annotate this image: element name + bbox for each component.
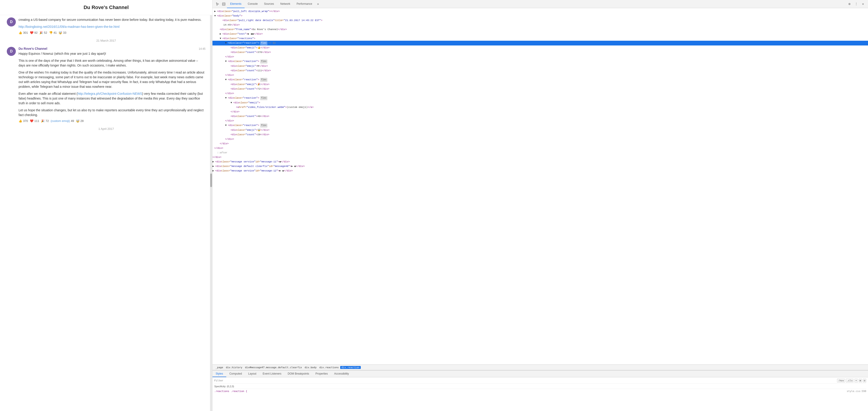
reaction-emoji: ❤️ (30, 119, 33, 123)
tree-line[interactable]: ▼ <div class="reactions"> (213, 36, 868, 41)
selected-tree-line[interactable]: ▼ <div class="reaction"> flex == $0 (213, 41, 868, 46)
tree-toggle[interactable]: ▼ (225, 96, 228, 100)
close-icon[interactable]: ✕ (860, 1, 866, 7)
tree-toggle[interactable]: ▼ (225, 123, 228, 127)
tree-line[interactable]: ▼ <div class="reaction"> flex (213, 77, 868, 82)
tree-line[interactable]: <div class="emoji"> 🤯 </div> (213, 128, 868, 132)
tree-toggle[interactable]: ▶ (220, 32, 222, 36)
tree-line[interactable]: <div class="from_name"> Du Rove's Channe… (213, 27, 868, 32)
chat-messages[interactable]: D creating a US-based company for secure… (0, 15, 212, 140)
tree-line[interactable]: <div class="emoji"> 🎉 </div> (213, 82, 868, 87)
chat-scrollbar-track[interactable] (210, 15, 212, 411)
breadcrumb-item-reactions[interactable]: div.reactions (318, 366, 340, 369)
inspect-icon[interactable] (221, 1, 227, 7)
tab-layout[interactable]: Layout (245, 371, 259, 377)
tree-line[interactable]: </div> (213, 155, 868, 159)
tree-line[interactable]: ▼ <div class="reaction"> flex (213, 96, 868, 100)
tree-toggle[interactable]: ▶ (213, 169, 215, 173)
more-options-icon[interactable]: ⋮ (853, 1, 860, 7)
tree-tag: > (256, 87, 257, 91)
tree-line[interactable]: 14:45 </div> (213, 23, 868, 27)
message-link[interactable]: http://telegra.ph/Checkpoint-Confusion-N… (78, 92, 142, 95)
tree-line[interactable]: </div> (213, 146, 868, 150)
filter-hov-button[interactable]: :hov (837, 379, 845, 382)
tree-line[interactable]: <div class="pull_right date details" tit… (213, 18, 868, 23)
tree-line[interactable]: </div> (213, 91, 868, 96)
tree-line[interactable]: <div class="count"> 370 </div> (213, 50, 868, 55)
breadcrumb-item-reaction[interactable]: div.reaction (340, 366, 361, 369)
cursor-icon[interactable] (214, 1, 221, 7)
tree-line[interactable]: ▼ <div class="reaction"> flex (213, 59, 868, 64)
styles-pane[interactable]: :hov .cls + ⊞ ⊡ Specificity: (0,2,0) .re… (213, 377, 868, 411)
reaction-exploding: 🤯 33 (59, 31, 66, 34)
tree-toggle[interactable]: ▼ (225, 59, 228, 63)
tab-accessibility[interactable]: Accessibility (331, 371, 352, 377)
tree-tag: </div> (230, 110, 240, 114)
tree-toggle[interactable]: ▶ (214, 9, 217, 13)
tab-computed[interactable]: Computed (226, 371, 245, 377)
tab-event-listeners[interactable]: Event Listeners (259, 371, 285, 377)
tree-line[interactable]: ▶ <div class="message service" id="messa… (213, 169, 868, 173)
tab-sources[interactable]: Sources (261, 0, 277, 8)
tree-line[interactable]: </div> (213, 110, 868, 114)
breadcrumb-item-page[interactable]: _page (214, 366, 224, 369)
tree-line[interactable]: ▼ <div class="body"> (213, 13, 868, 18)
tree-line[interactable]: </div> (213, 137, 868, 141)
tab-styles[interactable]: Styles (213, 371, 226, 377)
filter-input[interactable] (214, 379, 837, 382)
message-link[interactable]: http://boingboing.net/2016/11/09/a-madma… (19, 25, 120, 29)
tree-line[interactable]: <div class="emoji"> 👍 </div> (213, 46, 868, 50)
tab-dom-breakpoints[interactable]: DOM Breakpoints (285, 371, 312, 377)
tree-line[interactable]: ▶ <div class="message default clearfix" … (213, 164, 868, 169)
tree-toggle[interactable]: ▼ (225, 41, 228, 45)
tree-toggle[interactable]: ▼ (225, 78, 228, 82)
tab-properties[interactable]: Properties (312, 371, 331, 377)
tab-network[interactable]: Network (277, 0, 293, 8)
message-header: Du Rove's Channel 14:45 (19, 47, 206, 51)
filter-toggle-button[interactable]: ⊡ (863, 379, 866, 382)
tree-tag: > (254, 36, 255, 40)
tab-performance[interactable]: Performance (293, 0, 315, 8)
filter-add-button[interactable]: + (855, 379, 858, 382)
tree-toggle[interactable]: ▼ (214, 14, 217, 18)
tree-toggle[interactable]: ▶ (213, 160, 215, 164)
breadcrumb-item-message47[interactable]: div#message47.message.default.clearfix (244, 366, 303, 369)
tab-elements[interactable]: Elements (227, 0, 245, 8)
tree-line[interactable]: ▶ <div class="pull_left disciple_wrap"> … (213, 9, 868, 13)
tree-line[interactable]: </div> (213, 119, 868, 123)
tree-line[interactable]: <a href="video_files/sticker.webm"> (cus… (213, 105, 868, 110)
tree-attr-value: "count" (246, 87, 256, 91)
tree-text: 🤯 (257, 128, 260, 132)
devtools-toolbar: Elements Console Sources Network Perform… (213, 0, 868, 8)
tree-line[interactable]: </div> (213, 73, 868, 77)
more-tabs-icon[interactable]: » (315, 0, 321, 8)
breadcrumb-item-history[interactable]: div.history (224, 366, 244, 369)
filter-row: :hov .cls + ⊞ ⊡ (214, 378, 866, 384)
tree-line[interactable]: ▶ <div class="message service" id="messa… (213, 159, 868, 164)
tree-line[interactable]: </div> (213, 141, 868, 146)
html-tree[interactable]: ▶ <div class="pull_left disciple_wrap"> … (213, 8, 868, 364)
tree-tag: </div> (260, 87, 270, 91)
chat-scrollbar-thumb[interactable] (210, 174, 212, 187)
tree-line[interactable]: ▼ <div class="reaction"> flex (213, 123, 868, 128)
tree-line[interactable]: ▼ <div class="emoji"> (213, 100, 868, 105)
tree-tag: <div (217, 14, 223, 18)
tree-line[interactable]: ::after (213, 150, 868, 155)
tree-line[interactable]: <div class="count"> 28 </div> (213, 132, 868, 137)
filter-cls-button[interactable]: .cls (846, 379, 854, 382)
tree-toggle[interactable]: ▼ (220, 36, 222, 40)
tree-line[interactable]: <div class="emoji"> ❤ </div> (213, 64, 868, 68)
tree-line[interactable]: ▶ <div class="text"> ▶ ◉◉ </div> (213, 32, 868, 36)
filter-layout-button[interactable]: ⊞ (859, 379, 862, 382)
settings-icon[interactable]: ⚙ (846, 1, 852, 7)
breadcrumb-item-body[interactable]: div.body (303, 366, 318, 369)
tree-toggle[interactable]: ▼ (230, 101, 233, 105)
reaction-emoji: 👍 (19, 31, 22, 34)
tree-line[interactable]: <div class="count"> 72 </div> (213, 87, 868, 91)
tree-line[interactable]: <div class="count"> 49 </div> (213, 114, 868, 119)
tree-line[interactable]: </div> (213, 55, 868, 59)
tree-toggle[interactable]: ▶ (213, 164, 215, 168)
tab-console[interactable]: Console (245, 0, 261, 8)
css-rule: .reactions .reaction { style.css:590 (214, 390, 866, 393)
tree-line[interactable]: <div class="count"> 111 </div> (213, 68, 868, 73)
